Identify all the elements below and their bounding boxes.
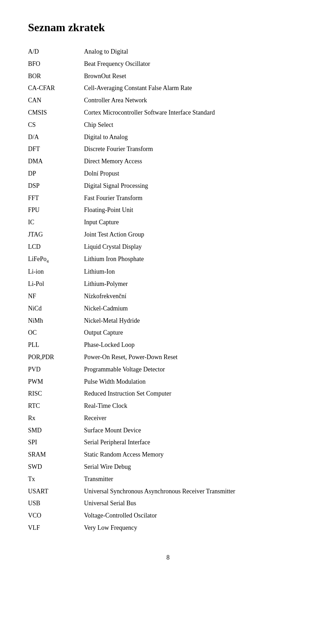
abbreviation-code: VLF (28, 523, 84, 533)
list-item: D/ADigital to Analog (28, 132, 308, 142)
abbreviation-meaning: Universal Synchronous Asynchronous Recei… (84, 486, 235, 496)
abbreviation-code: NF (28, 291, 84, 301)
abbreviation-meaning: Static Random Access Memory (84, 450, 163, 460)
abbreviation-code: Li-Pol (28, 279, 84, 289)
list-item: BORBrownOut Reset (28, 71, 308, 81)
list-item: USARTUniversal Synchronous Asynchronous … (28, 486, 308, 496)
abbreviation-code: SPI (28, 437, 84, 447)
abbreviation-code: PVD (28, 364, 84, 375)
abbreviation-meaning: Real-Time Clock (84, 401, 127, 411)
list-item: FPUFloating-Point Unit (28, 205, 308, 215)
abbreviation-code: PLL (28, 340, 84, 350)
list-item: NiCdNickel-Cadmium (28, 303, 308, 314)
abbreviation-meaning: BrownOut Reset (84, 71, 126, 81)
abbreviation-meaning: Nickel-Metal Hydride (84, 316, 140, 326)
list-item: OCOutput Capture (28, 328, 308, 338)
abbreviation-code: RTC (28, 401, 84, 411)
abbreviation-code: D/A (28, 132, 84, 142)
abbreviation-code: Rx (28, 413, 84, 423)
abbreviation-code: DFT (28, 144, 84, 154)
abbreviation-meaning: Beat Frequency Oscillator (84, 59, 150, 69)
list-item: Li-ionLithium-Ion (28, 267, 308, 277)
list-item: PWMPulse Width Modulation (28, 377, 308, 387)
abbreviation-code: BOR (28, 71, 84, 81)
list-item: ICInput Capture (28, 217, 308, 227)
abbreviation-list: A/DAnalog to DigitalBFOBeat Frequency Os… (28, 47, 308, 533)
list-item: LCDLiquid Crystal Display (28, 242, 308, 252)
list-item: PVDProgrammable Voltage Detector (28, 364, 308, 375)
abbreviation-meaning: Cortex Microcontroller Software Interfac… (84, 108, 215, 118)
list-item: FFTFast Fourier Transform (28, 193, 308, 203)
abbreviation-meaning: Fast Fourier Transform (84, 193, 142, 203)
list-item: Li-PolLithium-Polymer (28, 279, 308, 289)
abbreviation-meaning: Input Capture (84, 217, 119, 227)
abbreviation-meaning: Lithium-Ion (84, 267, 115, 277)
abbreviation-meaning: Lithium Iron Phosphate (84, 254, 144, 264)
abbreviation-code: FPU (28, 205, 84, 215)
list-item: POR,PDRPower-On Reset, Power-Down Reset (28, 352, 308, 362)
list-item: RxReceiver (28, 413, 308, 423)
abbreviation-code: LCD (28, 242, 84, 252)
abbreviation-meaning: Pulse Width Modulation (84, 377, 146, 387)
abbreviation-meaning: Lithium-Polymer (84, 279, 128, 289)
abbreviation-meaning: Voltage-Controlled Oscilator (84, 511, 157, 521)
list-item: CANController Area Network (28, 95, 308, 105)
list-item: DPDolní Propust (28, 169, 308, 179)
list-item: SPISerial Peripheral Interface (28, 437, 308, 447)
list-item: VCOVoltage-Controlled Oscilator (28, 511, 308, 521)
list-item: A/DAnalog to Digital (28, 47, 308, 57)
abbreviation-code: POR,PDR (28, 352, 84, 362)
abbreviation-meaning: Analog to Digital (84, 47, 128, 57)
abbreviation-meaning: Serial Wire Debug (84, 462, 131, 472)
abbreviation-meaning: Direct Memory Access (84, 156, 142, 166)
abbreviation-meaning: Transmitter (84, 474, 113, 484)
abbreviation-meaning: Discrete Fourier Transform (84, 144, 153, 154)
abbreviation-meaning: Phase-Locked Loop (84, 340, 134, 350)
abbreviation-meaning: Programmable Voltage Detector (84, 364, 165, 375)
abbreviation-meaning: Liquid Crystal Display (84, 242, 142, 252)
abbreviation-code: OC (28, 328, 84, 338)
list-item: SWDSerial Wire Debug (28, 462, 308, 472)
abbreviation-code: RISC (28, 389, 84, 399)
abbreviation-meaning: Dolní Propust (84, 169, 119, 179)
abbreviation-code: LiFePo4 (28, 254, 84, 265)
abbreviation-meaning: Receiver (84, 413, 106, 423)
list-item: USBUniversal Serial Bus (28, 498, 308, 508)
abbreviation-code: CMSIS (28, 108, 84, 118)
list-item: SRAMStatic Random Access Memory (28, 450, 308, 460)
page-title: Seznam zkratek (28, 21, 308, 34)
abbreviation-code: NiMh (28, 316, 84, 326)
abbreviation-meaning: Universal Serial Bus (84, 498, 136, 508)
abbreviation-meaning: Chip Select (84, 120, 113, 130)
abbreviation-meaning: Controller Area Network (84, 95, 147, 105)
abbreviation-code: SMD (28, 425, 84, 436)
abbreviation-meaning: Power-On Reset, Power-Down Reset (84, 352, 177, 362)
abbreviation-meaning: Digital Signal Processing (84, 181, 148, 191)
list-item: BFOBeat Frequency Oscillator (28, 59, 308, 69)
abbreviation-code: DP (28, 169, 84, 179)
abbreviation-code: VCO (28, 511, 84, 521)
abbreviation-code: CA-CFAR (28, 83, 84, 93)
list-item: PLLPhase-Locked Loop (28, 340, 308, 350)
list-item: SMDSurface Mount Device (28, 425, 308, 436)
list-item: RISCReduced Instruction Set Computer (28, 389, 308, 399)
abbreviation-meaning: Digital to Analog (84, 132, 128, 142)
abbreviation-meaning: Joint Test Action Group (84, 229, 144, 240)
abbreviation-code: BFO (28, 59, 84, 69)
abbreviation-code: DMA (28, 156, 84, 166)
abbreviation-meaning: Cell-Averaging Constant False Alarm Rate (84, 83, 192, 93)
list-item: DSPDigital Signal Processing (28, 181, 308, 191)
abbreviation-meaning: Floating-Point Unit (84, 205, 133, 215)
list-item: CSChip Select (28, 120, 308, 130)
abbreviation-code: IC (28, 217, 84, 227)
abbreviation-code: NiCd (28, 303, 84, 314)
abbreviation-meaning: Output Capture (84, 328, 123, 338)
abbreviation-code: CAN (28, 95, 84, 105)
list-item: CA-CFARCell-Averaging Constant False Ala… (28, 83, 308, 93)
list-item: CMSISCortex Microcontroller Software Int… (28, 108, 308, 118)
abbreviation-code: A/D (28, 47, 84, 57)
list-item: DFTDiscrete Fourier Transform (28, 144, 308, 154)
abbreviation-code: PWM (28, 377, 84, 387)
abbreviation-code: FFT (28, 193, 84, 203)
abbreviation-meaning: Surface Mount Device (84, 425, 141, 436)
